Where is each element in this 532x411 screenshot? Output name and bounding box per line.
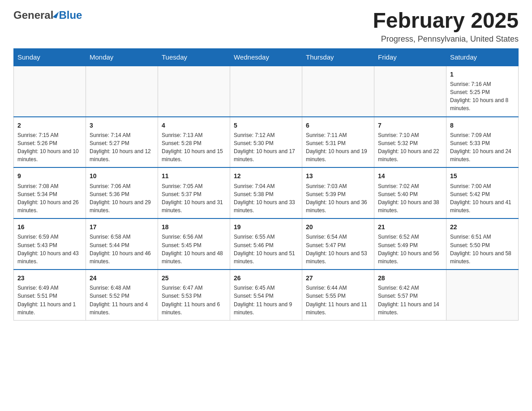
day-info: Sunrise: 6:54 AM Sunset: 5:47 PM Dayligh… <box>306 234 367 264</box>
calendar-table: SundayMondayTuesdayWednesdayThursdayFrid… <box>13 48 519 321</box>
day-info: Sunrise: 7:03 AM Sunset: 5:39 PM Dayligh… <box>306 183 367 214</box>
day-number: 10 <box>90 171 154 180</box>
page-header: General Blue February 2025 Progress, Pen… <box>13 9 519 44</box>
weekday-header-thursday: Thursday <box>302 48 374 66</box>
calendar-cell: 2Sunrise: 7:15 AM Sunset: 5:26 PM Daylig… <box>14 117 86 168</box>
day-info: Sunrise: 6:59 AM Sunset: 5:43 PM Dayligh… <box>17 234 79 264</box>
calendar-cell <box>14 66 86 117</box>
calendar-cell: 27Sunrise: 6:44 AM Sunset: 5:55 PM Dayli… <box>302 270 374 320</box>
calendar-week-row: 1Sunrise: 7:16 AM Sunset: 5:25 PM Daylig… <box>14 66 519 117</box>
day-number: 16 <box>17 223 82 231</box>
day-info: Sunrise: 6:51 AM Sunset: 5:50 PM Dayligh… <box>450 234 511 264</box>
logo-blue-text: Blue <box>59 9 82 21</box>
day-number: 1 <box>450 70 515 79</box>
day-info: Sunrise: 7:09 AM Sunset: 5:33 PM Dayligh… <box>450 132 511 163</box>
day-number: 25 <box>162 274 226 283</box>
weekday-header-tuesday: Tuesday <box>158 48 230 66</box>
calendar-cell: 11Sunrise: 7:05 AM Sunset: 5:37 PM Dayli… <box>158 167 230 218</box>
day-number: 22 <box>450 223 515 231</box>
day-number: 12 <box>234 171 298 180</box>
calendar-cell: 17Sunrise: 6:58 AM Sunset: 5:44 PM Dayli… <box>86 218 158 270</box>
day-info: Sunrise: 7:06 AM Sunset: 5:36 PM Dayligh… <box>90 183 151 214</box>
day-number: 14 <box>378 171 442 180</box>
day-number: 21 <box>378 223 442 231</box>
day-info: Sunrise: 7:00 AM Sunset: 5:42 PM Dayligh… <box>450 183 511 214</box>
calendar-cell: 6Sunrise: 7:11 AM Sunset: 5:31 PM Daylig… <box>302 117 374 168</box>
day-number: 23 <box>17 274 82 283</box>
calendar-cell <box>230 66 302 117</box>
logo: General Blue <box>13 9 82 21</box>
calendar-cell: 18Sunrise: 6:56 AM Sunset: 5:45 PM Dayli… <box>158 218 230 270</box>
calendar-cell: 22Sunrise: 6:51 AM Sunset: 5:50 PM Dayli… <box>446 218 519 270</box>
day-info: Sunrise: 7:04 AM Sunset: 5:38 PM Dayligh… <box>234 183 295 214</box>
location-subtitle: Progress, Pennsylvania, United States <box>373 34 519 44</box>
day-info: Sunrise: 7:15 AM Sunset: 5:26 PM Dayligh… <box>17 132 79 163</box>
day-number: 7 <box>378 121 442 130</box>
calendar-cell: 14Sunrise: 7:02 AM Sunset: 5:40 PM Dayli… <box>374 167 446 218</box>
calendar-week-row: 9Sunrise: 7:08 AM Sunset: 5:34 PM Daylig… <box>14 167 519 218</box>
weekday-header-friday: Friday <box>374 48 446 66</box>
day-info: Sunrise: 6:45 AM Sunset: 5:54 PM Dayligh… <box>234 285 292 315</box>
day-info: Sunrise: 6:56 AM Sunset: 5:45 PM Dayligh… <box>162 234 223 264</box>
calendar-cell: 7Sunrise: 7:10 AM Sunset: 5:32 PM Daylig… <box>374 117 446 168</box>
weekday-header-wednesday: Wednesday <box>230 48 302 66</box>
day-info: Sunrise: 7:10 AM Sunset: 5:32 PM Dayligh… <box>378 132 439 163</box>
day-info: Sunrise: 6:47 AM Sunset: 5:53 PM Dayligh… <box>162 285 220 315</box>
calendar-cell <box>86 66 158 117</box>
day-number: 11 <box>162 171 226 180</box>
day-info: Sunrise: 6:49 AM Sunset: 5:51 PM Dayligh… <box>17 285 76 315</box>
month-title: February 2025 <box>373 9 519 33</box>
day-info: Sunrise: 7:08 AM Sunset: 5:34 PM Dayligh… <box>17 183 79 214</box>
day-info: Sunrise: 7:02 AM Sunset: 5:40 PM Dayligh… <box>378 183 439 214</box>
calendar-cell: 16Sunrise: 6:59 AM Sunset: 5:43 PM Dayli… <box>14 218 86 270</box>
calendar-cell: 24Sunrise: 6:48 AM Sunset: 5:52 PM Dayli… <box>86 270 158 320</box>
calendar-cell: 10Sunrise: 7:06 AM Sunset: 5:36 PM Dayli… <box>86 167 158 218</box>
calendar-cell: 23Sunrise: 6:49 AM Sunset: 5:51 PM Dayli… <box>14 270 86 320</box>
day-info: Sunrise: 6:42 AM Sunset: 5:57 PM Dayligh… <box>378 285 439 315</box>
day-info: Sunrise: 7:16 AM Sunset: 5:25 PM Dayligh… <box>450 81 508 111</box>
calendar-week-row: 16Sunrise: 6:59 AM Sunset: 5:43 PM Dayli… <box>14 218 519 270</box>
calendar-header-row: SundayMondayTuesdayWednesdayThursdayFrid… <box>14 48 519 66</box>
day-number: 5 <box>234 121 298 130</box>
calendar-cell: 1Sunrise: 7:16 AM Sunset: 5:25 PM Daylig… <box>446 66 519 117</box>
calendar-cell: 13Sunrise: 7:03 AM Sunset: 5:39 PM Dayli… <box>302 167 374 218</box>
calendar-cell: 3Sunrise: 7:14 AM Sunset: 5:27 PM Daylig… <box>86 117 158 168</box>
calendar-cell: 5Sunrise: 7:12 AM Sunset: 5:30 PM Daylig… <box>230 117 302 168</box>
day-info: Sunrise: 6:52 AM Sunset: 5:49 PM Dayligh… <box>378 234 439 264</box>
title-section: February 2025 Progress, Pennsylvania, Un… <box>373 9 519 44</box>
calendar-week-row: 2Sunrise: 7:15 AM Sunset: 5:26 PM Daylig… <box>14 117 519 168</box>
day-info: Sunrise: 7:13 AM Sunset: 5:28 PM Dayligh… <box>162 132 223 163</box>
day-info: Sunrise: 6:48 AM Sunset: 5:52 PM Dayligh… <box>90 285 148 315</box>
calendar-cell: 28Sunrise: 6:42 AM Sunset: 5:57 PM Dayli… <box>374 270 446 320</box>
day-info: Sunrise: 6:55 AM Sunset: 5:46 PM Dayligh… <box>234 234 295 264</box>
day-number: 19 <box>234 223 298 231</box>
day-number: 9 <box>17 171 82 180</box>
day-number: 28 <box>378 274 442 283</box>
calendar-cell: 19Sunrise: 6:55 AM Sunset: 5:46 PM Dayli… <box>230 218 302 270</box>
day-number: 27 <box>306 274 370 283</box>
day-number: 3 <box>90 121 154 130</box>
day-info: Sunrise: 7:11 AM Sunset: 5:31 PM Dayligh… <box>306 132 367 163</box>
day-info: Sunrise: 6:58 AM Sunset: 5:44 PM Dayligh… <box>90 234 151 264</box>
calendar-cell: 26Sunrise: 6:45 AM Sunset: 5:54 PM Dayli… <box>230 270 302 320</box>
calendar-cell: 25Sunrise: 6:47 AM Sunset: 5:53 PM Dayli… <box>158 270 230 320</box>
day-number: 8 <box>450 121 515 130</box>
day-number: 4 <box>162 121 226 130</box>
calendar-cell <box>446 270 519 320</box>
weekday-header-monday: Monday <box>86 48 158 66</box>
day-number: 26 <box>234 274 298 283</box>
day-number: 6 <box>306 121 370 130</box>
calendar-cell <box>158 66 230 117</box>
day-number: 13 <box>306 171 370 180</box>
weekday-header-sunday: Sunday <box>14 48 86 66</box>
calendar-cell: 9Sunrise: 7:08 AM Sunset: 5:34 PM Daylig… <box>14 167 86 218</box>
logo-triangle-icon <box>53 10 59 18</box>
day-info: Sunrise: 7:05 AM Sunset: 5:37 PM Dayligh… <box>162 183 223 214</box>
day-info: Sunrise: 7:12 AM Sunset: 5:30 PM Dayligh… <box>234 132 295 163</box>
day-number: 18 <box>162 223 226 231</box>
day-number: 17 <box>90 223 154 231</box>
weekday-header-saturday: Saturday <box>446 48 519 66</box>
day-number: 24 <box>90 274 154 283</box>
calendar-cell: 12Sunrise: 7:04 AM Sunset: 5:38 PM Dayli… <box>230 167 302 218</box>
calendar-cell: 15Sunrise: 7:00 AM Sunset: 5:42 PM Dayli… <box>446 167 519 218</box>
